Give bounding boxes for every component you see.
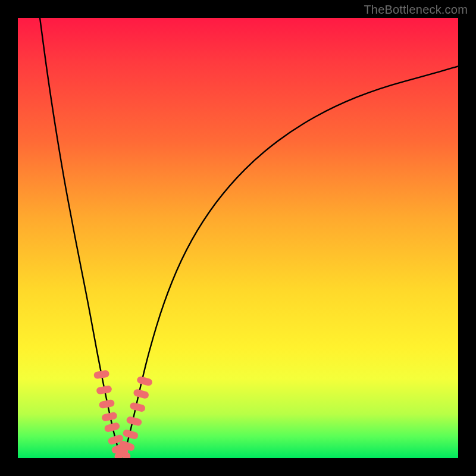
curve-svg: [18, 18, 458, 458]
marker: [136, 375, 153, 386]
marker: [129, 402, 146, 412]
chart-frame: TheBottleneck.com: [0, 0, 476, 476]
marker: [99, 399, 115, 409]
watermark-text: TheBottleneck.com: [364, 3, 468, 17]
marker: [96, 385, 112, 394]
marker: [133, 389, 149, 399]
marker: [93, 369, 110, 379]
plot-area: [18, 18, 458, 458]
highlighted-points: [93, 369, 153, 458]
marker: [101, 412, 118, 422]
